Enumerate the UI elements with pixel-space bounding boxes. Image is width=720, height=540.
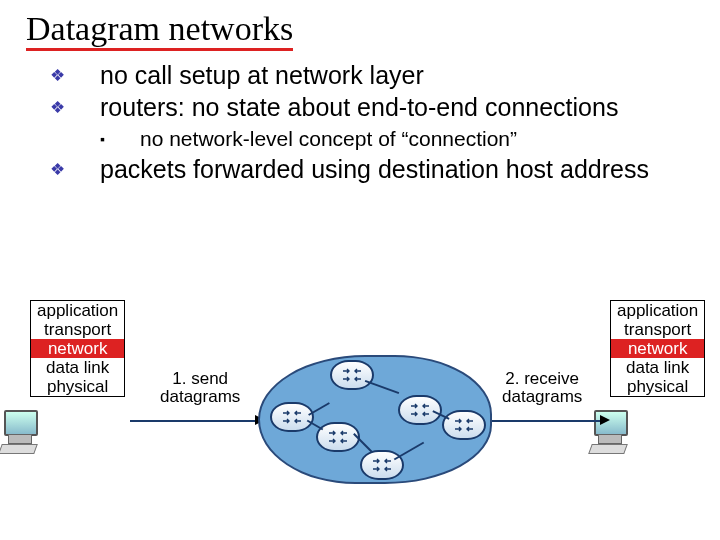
host-computer-icon bbox=[590, 410, 635, 450]
stack-layer: transport bbox=[31, 320, 124, 339]
stack-layer: data link bbox=[611, 358, 704, 377]
router-icon bbox=[360, 450, 404, 480]
stack-layer-highlight: network bbox=[31, 339, 124, 358]
protocol-stack-receiver: application transport network data link … bbox=[610, 300, 705, 397]
arrow-icon bbox=[600, 415, 610, 425]
diamond-bullet-icon: ❖ bbox=[50, 155, 100, 185]
diamond-bullet-icon: ❖ bbox=[50, 61, 100, 91]
bullet-text: packets forwarded using destination host… bbox=[100, 155, 649, 184]
square-bullet-icon: ▪ bbox=[100, 127, 140, 151]
diamond-bullet-icon: ❖ bbox=[50, 93, 100, 123]
stack-layer: physical bbox=[611, 377, 704, 396]
caption-line: 2. receive bbox=[505, 369, 579, 388]
router-icon bbox=[442, 410, 486, 440]
bullet-item: ❖ packets forwarded using destination ho… bbox=[50, 155, 690, 185]
slide-title: Datagram networks bbox=[26, 10, 293, 51]
router-icon bbox=[316, 422, 360, 452]
router-icon bbox=[330, 360, 374, 390]
stack-layer-highlight: network bbox=[611, 339, 704, 358]
bullet-item: ❖ no call setup at network layer bbox=[50, 61, 690, 91]
bullet-item: ❖ routers: no state about end-to-end con… bbox=[50, 93, 690, 123]
protocol-stack-sender: application transport network data link … bbox=[30, 300, 125, 397]
bullet-text: routers: no state about end-to-end conne… bbox=[100, 93, 618, 122]
bullet-list: ❖ no call setup at network layer ❖ route… bbox=[50, 61, 690, 185]
caption-line: datagrams bbox=[160, 387, 240, 406]
stack-layer: application bbox=[611, 301, 704, 320]
caption-line: 1. send bbox=[172, 369, 228, 388]
receive-caption: 2. receive datagrams bbox=[502, 370, 582, 406]
router-icon bbox=[270, 402, 314, 432]
network-diagram: application transport network data link … bbox=[0, 300, 720, 520]
link-line bbox=[130, 420, 260, 422]
stack-layer: transport bbox=[611, 320, 704, 339]
router-icon bbox=[398, 395, 442, 425]
bullet-text: no network-level concept of “connection” bbox=[140, 127, 517, 151]
stack-layer: application bbox=[31, 301, 124, 320]
bullet-text: no call setup at network layer bbox=[100, 61, 424, 90]
stack-layer: data link bbox=[31, 358, 124, 377]
send-caption: 1. send datagrams bbox=[160, 370, 240, 406]
link-line bbox=[488, 420, 603, 422]
caption-line: datagrams bbox=[502, 387, 582, 406]
host-computer-icon bbox=[0, 410, 45, 450]
sub-bullet-item: ▪ no network-level concept of “connectio… bbox=[100, 127, 690, 151]
stack-layer: physical bbox=[31, 377, 124, 396]
